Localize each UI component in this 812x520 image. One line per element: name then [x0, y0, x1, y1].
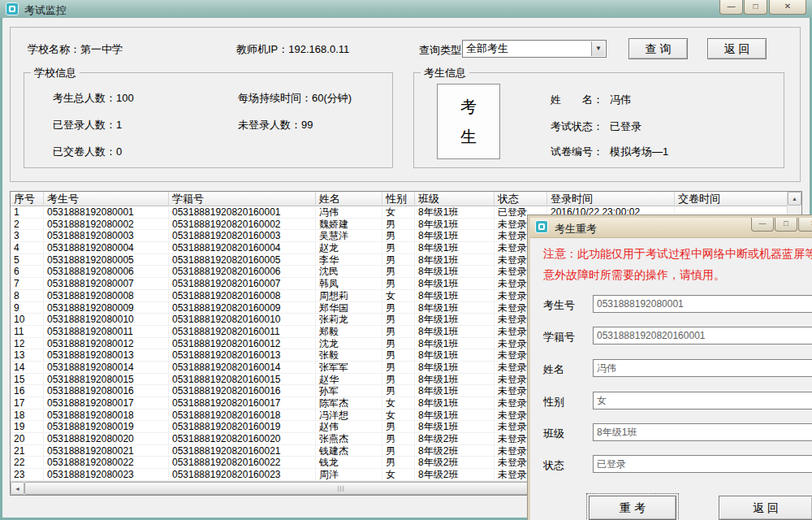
table-cell: 男 [382, 338, 415, 349]
col-exam-id[interactable]: 考生号 [44, 192, 169, 206]
table-cell: 男 [382, 266, 415, 277]
table-cell: 孙军 [316, 385, 382, 396]
minimize-button[interactable]: — [719, 0, 743, 15]
col-student-id[interactable]: 学籍号 [169, 192, 316, 206]
name-field[interactable]: 冯伟 [593, 359, 812, 377]
close-button[interactable]: ✕ [769, 0, 806, 15]
warning-text-line2: 意外故障时所需要的操作，请慎用。 [543, 268, 725, 283]
query-button[interactable]: 查 询 [628, 38, 688, 59]
table-cell: 05318881920820160022 [169, 457, 316, 468]
table-cell: 9 [11, 302, 44, 314]
table-cell: 0531888192080021 [44, 445, 169, 457]
app-icon [6, 2, 19, 15]
table-cell: 8年级2班 [415, 433, 495, 444]
table-cell: 男 [382, 457, 415, 468]
table-cell: 张毅 [316, 349, 382, 361]
table-cell: 吴慧洋 [316, 230, 382, 241]
table-cell: 8年级1班 [415, 374, 495, 385]
school-info-title: 学校信息 [31, 66, 80, 80]
table-cell: 8年级1班 [415, 266, 495, 277]
top-panel: 学校名称：第一中学 教师机IP：192.168.0.11 查询类型： 全部考生 … [10, 27, 801, 182]
table-cell: 男 [382, 278, 415, 289]
dialog-title-bar: 考生重考 — □ ✕ [530, 218, 812, 238]
dialog-return-button[interactable]: 返 回 [719, 496, 812, 520]
class-field[interactable]: 8年级1班 [593, 423, 812, 441]
table-cell: 0531888192080003 [44, 230, 169, 241]
table-cell: 23 [11, 469, 44, 480]
table-cell: 0531888192080022 [44, 457, 169, 468]
teacher-ip-row: 教师机IP：192.168.0.11 [236, 42, 349, 57]
dialog-app-icon [535, 220, 548, 233]
table-cell: 13 [11, 349, 44, 361]
table-cell: 8年级1班 [415, 278, 495, 289]
warning-text-line1: 注意：此功能仅用于考试过程中网络中断或机器蓝屏等 [543, 247, 812, 262]
scroll-up-icon[interactable]: ▲ [788, 192, 801, 206]
student-id-field[interactable]: 05318881920820160001 [593, 327, 812, 344]
chevron-down-icon[interactable]: ▼ [591, 41, 605, 56]
table-cell: 女 [382, 410, 415, 421]
gender-label: 性别 [543, 395, 564, 410]
col-gender[interactable]: 性别 [382, 192, 415, 206]
table-cell: 冯洋想 [316, 410, 382, 421]
status-field[interactable]: 已登录 [593, 455, 812, 473]
col-submit-time[interactable]: 交卷时间 [675, 192, 785, 206]
table-cell: 05318881920820160003 [169, 230, 316, 241]
table-cell: 0531888192080020 [44, 433, 169, 444]
dialog-maximize-button[interactable]: □ [775, 218, 797, 232]
table-cell: 0531888192080015 [44, 374, 169, 385]
col-name[interactable]: 姓名 [316, 192, 382, 206]
table-cell: 男 [382, 433, 415, 444]
table-cell: 周想莉 [316, 290, 382, 301]
maximize-button[interactable]: □ [744, 0, 767, 15]
table-header: 序号 考生号 学籍号 姓名 性别 班级 状态 登录时间 交卷时间 [11, 192, 787, 206]
gender-field[interactable]: 女 [593, 392, 812, 410]
table-cell: 05318881920820160018 [169, 410, 316, 421]
table-cell: 05318881920820160009 [169, 302, 316, 314]
return-button[interactable]: 返 回 [707, 38, 767, 59]
table-cell: 05318881920820160011 [169, 326, 316, 337]
table-cell: 8年级2班 [415, 445, 495, 457]
table-cell: 05318881920820160008 [169, 290, 316, 301]
status-label: 状态 [543, 458, 564, 473]
table-cell: 0531888192080013 [44, 349, 169, 361]
table-cell: 0531888192080010 [44, 314, 169, 325]
table-cell: 张军军 [316, 362, 382, 373]
table-cell: 05318881920820160007 [169, 278, 316, 289]
dialog-close-button[interactable]: ✕ [798, 218, 812, 232]
table-cell: 5 [11, 254, 44, 266]
table-cell: 19 [11, 421, 44, 432]
table-cell: 男 [382, 230, 415, 241]
table-cell: 张燕杰 [316, 433, 382, 444]
scroll-left-icon[interactable]: ◄ [11, 482, 24, 495]
table-cell: 05318881920820160016 [169, 385, 316, 396]
table-cell: 男 [382, 362, 415, 373]
retake-button[interactable]: 重 考 [589, 496, 676, 520]
dialog-minimize-button[interactable]: — [751, 218, 774, 232]
table-cell: 8年级1班 [415, 362, 495, 373]
table-cell: 赵华 [316, 374, 382, 385]
table-cell: 8年级1班 [415, 242, 495, 254]
col-index[interactable]: 序号 [11, 192, 44, 206]
table-cell: 8年级1班 [415, 219, 495, 230]
table-cell: 8年级1班 [415, 314, 495, 325]
col-login-time[interactable]: 登录时间 [547, 192, 675, 206]
table-cell: 女 [382, 206, 415, 218]
school-name-label: 学校名称： [28, 43, 80, 55]
table-cell: 05318881920820160002 [169, 219, 316, 230]
table-cell: 16 [11, 385, 44, 396]
table-cell: 8 [11, 290, 44, 301]
table-cell: 8年级1班 [415, 349, 495, 361]
window-title: 考试监控 [24, 3, 67, 18]
exam-id-field[interactable]: 0531888192080001 [593, 295, 812, 313]
table-cell: 8年级1班 [415, 302, 495, 314]
table-cell: 10 [11, 314, 44, 325]
col-class[interactable]: 班级 [415, 192, 495, 206]
table-cell: 男 [382, 242, 415, 254]
table-cell: 8年级1班 [415, 206, 495, 218]
query-type-select[interactable]: 全部考生 ▼ [462, 40, 607, 58]
table-cell: 0531888192080004 [44, 242, 169, 254]
table-cell: 05318881920820160001 [169, 206, 316, 218]
table-cell: 18 [11, 410, 44, 421]
table-cell: 11 [11, 326, 44, 337]
col-status[interactable]: 状态 [495, 192, 547, 206]
